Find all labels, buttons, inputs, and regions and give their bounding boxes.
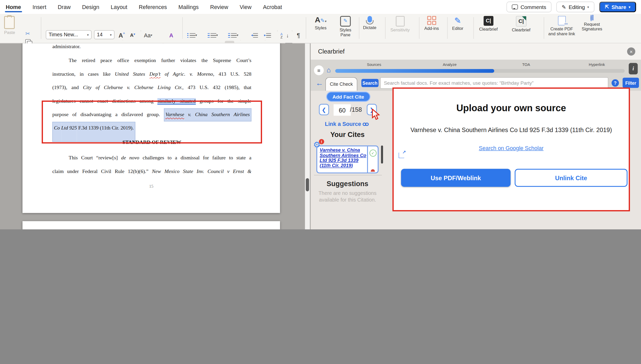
- cite-card-text[interactable]: Varnhese v. China Southern Airlines Co L…: [317, 146, 367, 173]
- menu-layout[interactable]: Layout: [110, 2, 128, 13]
- menu-mailings[interactable]: Mailings: [178, 2, 200, 13]
- link-a-source-label: Link a Source: [325, 121, 361, 127]
- cites-scrollbar-thumb[interactable]: [381, 145, 383, 163]
- decrease-indent-button[interactable]: ◂: [251, 30, 258, 40]
- sort-arrow: ↓: [286, 30, 289, 40]
- doc-line: The retired peace office exemption furth…: [52, 57, 251, 65]
- cite-total-label: /158: [350, 106, 362, 113]
- flag-icon: [371, 169, 375, 172]
- share-icon: ⇱: [605, 4, 609, 10]
- doc-line: instruction, in cases like United States…: [52, 71, 251, 79]
- cite-index-input[interactable]: [334, 104, 351, 116]
- progress-label-hyperlink[interactable]: Hyperlink: [589, 62, 605, 66]
- multilevel-list-button[interactable]: ▾: [228, 30, 238, 40]
- home-icon[interactable]: ⌂: [327, 66, 331, 74]
- editor-icon: ✎: [454, 16, 461, 25]
- progress-label-toa[interactable]: TOA: [522, 62, 530, 66]
- tab-cite-check[interactable]: Cite Check: [325, 77, 357, 91]
- menu-references[interactable]: References: [138, 2, 168, 13]
- link-a-source-link[interactable]: Link a Source: [311, 121, 384, 127]
- upload-citation: Varnhese v. China Southern Airlines Co L…: [394, 126, 629, 133]
- share-button[interactable]: ⇱ Share ▾: [599, 2, 636, 12]
- external-link-icon[interactable]: [399, 152, 404, 158]
- document-scrollbar[interactable]: [305, 43, 310, 229]
- font-size-select[interactable]: 14▾: [94, 30, 114, 39]
- prev-cite-button[interactable]: ❮: [319, 104, 329, 115]
- clearbrief-light-button[interactable]: C| Clearbrief: [512, 16, 530, 32]
- styles-button[interactable]: A✎▾ Styles: [315, 16, 327, 30]
- divider: [314, 175, 382, 176]
- doc-line: administrator.: [52, 43, 251, 51]
- suggestions-empty-text: There are no suggestions available for t…: [316, 190, 378, 203]
- font-name-select[interactable]: Times New...▾: [46, 30, 92, 39]
- google-scholar-link[interactable]: Search on Google Scholar: [394, 145, 629, 151]
- progress-label-analyze[interactable]: Analyze: [443, 62, 457, 66]
- cite-card-side: ✓: [367, 146, 378, 173]
- comment-icon: [512, 4, 518, 9]
- document-canvas[interactable]: administrator. The retired peace office …: [0, 43, 311, 229]
- progress-strip: ≡ ⌂ Sources Analyze TOA Hyperlink i ← Ci…: [311, 60, 641, 91]
- search-button[interactable]: Search: [361, 79, 379, 87]
- clear-formatting-button[interactable]: A: [169, 30, 173, 40]
- editing-mode-button[interactable]: ✎ Editing ▾: [556, 2, 594, 12]
- paste-button[interactable]: Paste: [4, 16, 15, 35]
- doc-line: This Court “review[s] de novo challenges…: [52, 154, 251, 162]
- increase-indent-button[interactable]: ▸: [264, 30, 271, 40]
- menu-draw[interactable]: Draw: [57, 2, 71, 13]
- styles-pane-button[interactable]: ✎ Styles Pane: [336, 16, 355, 37]
- menu-acrobat[interactable]: Acrobat: [262, 2, 283, 13]
- sort-button[interactable]: A Z: [280, 30, 282, 40]
- alert-badge: !: [319, 139, 324, 144]
- change-case-button[interactable]: Aa▾: [144, 30, 152, 40]
- ribbon: Paste ✂ ✎ Times New...▾ 14▾ A^ A▾ Aa▾ A …: [0, 14, 641, 43]
- request-signatures-button[interactable]: Request Signatures: [579, 16, 605, 31]
- back-arrow-icon[interactable]: ←: [316, 79, 323, 88]
- addins-button[interactable]: Add-ins: [424, 16, 439, 31]
- clearbrief-panel: Clearbrief × ≡ ⌂ Sources Analyze TOA Hyp…: [311, 43, 641, 229]
- word-window: Home Insert Draw Design Layout Reference…: [0, 0, 641, 229]
- bullets-button[interactable]: ▾: [187, 30, 197, 40]
- show-marks-button[interactable]: ¶: [297, 30, 300, 40]
- menu-insert[interactable]: Insert: [32, 2, 47, 13]
- editor-button[interactable]: ✎ Editor: [452, 16, 463, 31]
- menu-design[interactable]: Design: [81, 2, 100, 13]
- cut-button[interactable]: ✂: [25, 30, 30, 37]
- dictate-button[interactable]: Dictate: [363, 16, 376, 30]
- menu-review[interactable]: Review: [209, 2, 229, 13]
- scrollbar-thumb[interactable]: [306, 178, 309, 191]
- grow-font-button[interactable]: A^: [119, 30, 125, 40]
- upload-title: Upload your own source: [394, 103, 629, 114]
- clearbrief-dark-button[interactable]: C| Clearbrief: [479, 16, 498, 32]
- your-cites-heading: Your Cites: [311, 131, 384, 139]
- progress-label-sources[interactable]: Sources: [367, 62, 381, 66]
- use-pdf-weblink-button[interactable]: Use PDF/Weblink: [401, 169, 511, 187]
- sensitivity-icon: [396, 16, 405, 27]
- add-fact-cite-button[interactable]: Add Fact Cite: [326, 92, 370, 102]
- info-icon[interactable]: i: [629, 63, 638, 74]
- document-page-2[interactable]: Young LLP, 641 F.3d 1089, 1094 (9th Cir.…: [22, 221, 280, 229]
- document-page-1[interactable]: administrator. The retired peace office …: [22, 43, 280, 213]
- chevron-down-icon: ▾: [629, 5, 630, 9]
- filter-button[interactable]: Filter: [623, 78, 639, 88]
- menu-home[interactable]: Home: [5, 2, 22, 13]
- numbering-button[interactable]: ▾: [208, 30, 218, 40]
- styles-icon: A✎▾: [315, 16, 327, 24]
- cursor-pointer: [371, 109, 380, 120]
- shrink-font-button[interactable]: A▾: [130, 30, 135, 40]
- comments-button[interactable]: Comments: [507, 2, 551, 12]
- search-input[interactable]: [380, 77, 608, 89]
- font-name-value: Times New...: [49, 32, 78, 38]
- check-circle-icon[interactable]: ✓: [369, 150, 376, 157]
- cite-card[interactable]: Varnhese v. China Southern Airlines Co L…: [316, 145, 378, 173]
- pdf-link-icon: ⚯: [558, 16, 566, 25]
- paste-icon: [4, 16, 15, 29]
- menu-view[interactable]: View: [239, 2, 252, 13]
- clearbrief-icon: C|: [516, 16, 526, 27]
- close-icon[interactable]: ×: [627, 47, 635, 56]
- doc-line: (1973), and City of Cleburne v. Cleburne…: [52, 84, 251, 92]
- help-icon[interactable]: ?: [612, 79, 619, 87]
- hamburger-menu-icon[interactable]: ≡: [314, 65, 324, 75]
- unlink-cite-button[interactable]: Unlink Cite: [515, 169, 627, 187]
- create-pdf-button[interactable]: ⚯ Create PDF and share link: [548, 16, 576, 36]
- progress-track: [335, 69, 625, 73]
